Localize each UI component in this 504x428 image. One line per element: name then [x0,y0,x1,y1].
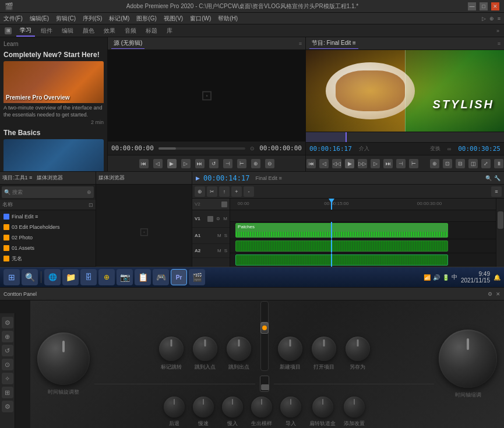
taskbar-clock[interactable]: 9:49 2021/11/15 [461,271,490,284]
prog-step-back1[interactable]: ◁ [319,159,329,168]
tl-razor[interactable]: ✂ [207,186,217,197]
main-fader-track[interactable] [260,301,269,371]
timeline-wrench-icon[interactable]: 🔧 [494,175,501,181]
proj-item-0[interactable]: 03 Edit Placeholders [1,222,94,232]
maximize-button[interactable]: □ [480,2,488,10]
ctrl-side-settings[interactable]: ⚙ [2,317,13,328]
project-tab2[interactable]: 媒体浏览器 [37,174,63,182]
ctrl-side-eye[interactable]: ⊙ [2,359,13,370]
taskbar-search[interactable]: 🔍 [22,269,38,285]
prog-out[interactable]: ⊢ [409,159,418,168]
menu-file[interactable]: 文件(F) [3,15,23,23]
tab-color[interactable]: 颜色 [79,26,98,36]
right-big-knob[interactable] [439,330,497,388]
proj-item-3[interactable]: 无名 [1,253,94,264]
prog-in[interactable]: ⊣ [396,159,406,168]
ctrl-side-settings2[interactable]: ⚙ [2,401,13,412]
knob-fade-out-ctrl[interactable] [251,397,272,418]
source-insert[interactable]: ⊕ [251,159,260,168]
source-step-back1[interactable]: ◁ [153,159,163,168]
knob-in-point-ctrl[interactable] [193,337,217,361]
taskbar-clip[interactable]: 📋 [135,269,151,285]
center-toggle[interactable] [260,376,269,392]
ctrl-side-sync[interactable]: ↺ [2,345,13,356]
prog-step-back2[interactable]: ◁◁ [332,159,341,168]
knob-track-box-ctrl[interactable] [312,397,333,418]
audio-clip-1[interactable] [235,240,448,252]
volume-icon[interactable]: 🔊 [433,274,440,281]
tab-learn[interactable]: 学习 [16,25,35,37]
tab-effects[interactable]: 效果 [100,26,119,36]
knob-fade-in-ctrl[interactable] [222,397,243,418]
source-out[interactable]: ⊢ [237,159,246,168]
menu-view[interactable]: 视图(V) [164,15,183,23]
taskbar-premiere[interactable]: Pr [171,269,187,285]
notification-icon[interactable]: 🔔 [494,274,501,281]
menu-clip[interactable]: 剪辑(C) [56,15,76,23]
ctrl-side-grid[interactable]: ⊞ [2,387,13,398]
proj-item-2[interactable]: 01 Assets [1,243,94,253]
control-panel-close[interactable]: ✕ [496,291,501,297]
timeline-sequence-tab[interactable]: Final Edit ≡ [255,175,281,181]
source-tab[interactable]: 源 (无剪辑) [111,38,144,49]
minimize-button[interactable]: — [468,2,476,10]
proj-view-list[interactable]: 名称 [2,201,13,208]
track-v2-eye[interactable] [221,201,227,207]
menu-edit[interactable]: 编辑(E) [30,15,49,23]
program-timebar[interactable] [306,132,504,142]
proj-item-1[interactable]: 02 Photo [1,232,94,243]
prog-step-fwd3[interactable]: ⏭ [383,159,393,168]
prog-play[interactable]: ▶ [345,159,354,168]
ctrl-side-add[interactable]: ⊕ [2,331,13,342]
tab-edit[interactable]: 编辑 [58,26,77,36]
taskbar-icon4[interactable]: ⊕ [98,269,115,285]
tl-settings[interactable]: ≡ [491,186,502,197]
timeline-scrollbar[interactable] [496,199,504,267]
knob-add-settings-ctrl[interactable] [344,397,365,418]
main-fader-thumb[interactable] [260,322,269,334]
prog-extra4[interactable]: ◫ [468,159,478,168]
knob-out-point-ctrl[interactable] [227,337,251,361]
project-search-bar[interactable]: 🔍 ⊕ [2,186,94,198]
source-play[interactable]: ▶ [167,159,177,168]
menu-graphics[interactable]: 图形(G) [136,15,156,23]
network-icon[interactable]: 📶 [424,274,431,281]
taskbar-files[interactable]: 📁 [62,269,79,285]
tl-zoom-out[interactable]: - [244,186,254,197]
knob-mark-jump-ctrl[interactable] [159,337,184,361]
knob-retreat-ctrl[interactable] [164,397,185,418]
taskbar-start[interactable]: ⊞ [3,269,20,285]
tl-zoom-in[interactable]: + [231,186,242,197]
tab-libraries[interactable]: 库 [163,26,176,36]
audio-clip-2[interactable] [235,254,448,266]
source-step-fwd[interactable]: ⏭ [195,159,205,168]
source-step-fwd1[interactable]: ▷ [181,159,191,168]
prog-extra3[interactable]: ⊟ [456,159,465,168]
source-overwrite[interactable]: ⊖ [265,159,274,168]
proj-item-sequence[interactable]: Final Edit ≡ [1,211,94,222]
prog-extra1[interactable]: ⊕ [430,159,439,168]
tl-add-track[interactable]: ⊕ [195,186,205,197]
ctrl-side-star[interactable]: ✧ [2,373,13,384]
menu-help[interactable]: 帮助(H) [218,15,238,23]
knob-new-project-ctrl[interactable] [278,337,302,361]
project-search-input[interactable] [12,189,85,195]
taskbar-video[interactable]: 🎬 [189,269,205,285]
program-tab[interactable]: 节目: Final Edit ≡ [309,38,358,49]
tab-assembly[interactable]: 组件 [37,26,56,36]
taskbar-camera[interactable]: 📷 [117,269,133,285]
track-v1-eye[interactable] [207,216,213,222]
battery-icon[interactable]: 🔋 [442,274,449,281]
knob-open-project-ctrl[interactable] [312,337,336,361]
video-clip-main[interactable]: Patches [235,223,448,238]
menu-marker[interactable]: 标记(M) [109,15,129,23]
timeline-scroll-thumb[interactable] [498,211,503,229]
timeline-search-icon[interactable]: 🔍 [485,175,492,181]
prog-fullscreen[interactable]: ⤢ [481,159,491,168]
knob-save-as-ctrl[interactable] [346,337,370,361]
knob-import-ctrl[interactable] [280,397,301,418]
source-in[interactable]: ⊣ [223,159,232,168]
left-big-knob[interactable] [37,333,90,385]
taskbar-edge[interactable]: 🌐 [44,269,61,285]
prog-step-back[interactable]: ⏮ [306,159,316,168]
